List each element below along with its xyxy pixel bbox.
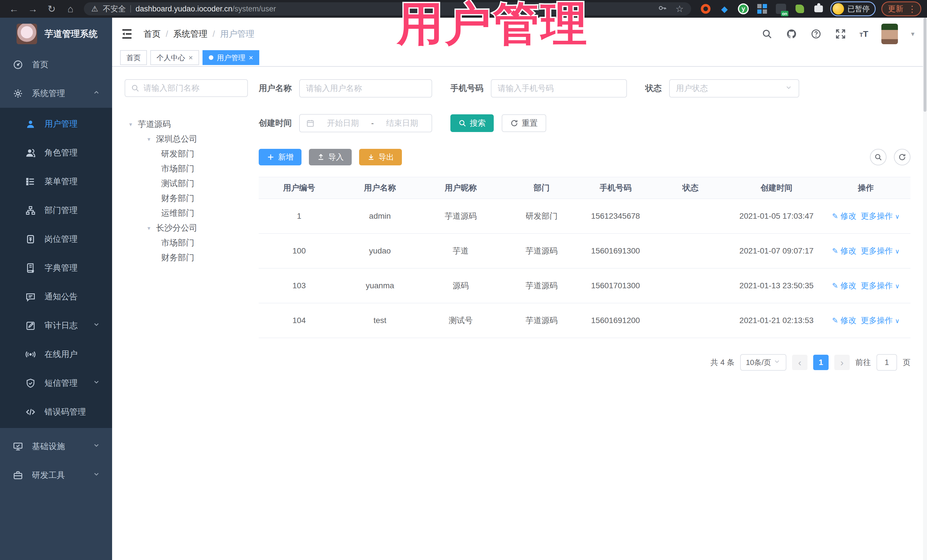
address-bar[interactable]: ⚠ 不安全 dashboard.yudao.iocoder.cn/system/… bbox=[84, 2, 691, 15]
tree-node[interactable]: 运维部门 bbox=[125, 206, 248, 221]
mobile-label: 手机号码 bbox=[450, 83, 483, 94]
password-key-icon[interactable] bbox=[658, 3, 667, 15]
tree-expand-icon[interactable]: ▾ bbox=[127, 121, 134, 128]
tab-home[interactable]: 首页 bbox=[120, 50, 147, 65]
sidebar-item-user-mgmt[interactable]: 用户管理 bbox=[0, 109, 112, 138]
more-actions-link[interactable]: 更多操作 ∨ bbox=[861, 246, 900, 255]
sidebar-item-label: 短信管理 bbox=[44, 378, 78, 389]
tree-node[interactable]: ▾芋道源码 bbox=[125, 117, 248, 132]
edit-link[interactable]: ✎ 修改 bbox=[832, 281, 857, 290]
next-page-button[interactable]: › bbox=[834, 355, 850, 370]
refresh-table-button[interactable] bbox=[894, 149, 910, 165]
browser-forward-icon[interactable]: → bbox=[24, 3, 41, 15]
close-icon[interactable]: × bbox=[188, 53, 193, 62]
sidebar-item-system[interactable]: 系统管理 bbox=[0, 79, 112, 108]
breadcrumb-home[interactable]: 首页 bbox=[143, 28, 161, 40]
add-button[interactable]: 新增 bbox=[259, 149, 301, 165]
extension-grid-icon[interactable] bbox=[756, 3, 768, 15]
search-icon[interactable] bbox=[761, 28, 773, 39]
current-page-button[interactable]: 1 bbox=[813, 355, 828, 370]
browser-update-button[interactable]: 更新 ⋮ bbox=[881, 2, 921, 16]
url-host: dashboard.yudao.iocoder.cn bbox=[135, 5, 232, 13]
sidebar-item-infra[interactable]: 基础设施 bbox=[0, 432, 112, 461]
tree-node[interactable]: 测试部门 bbox=[125, 176, 248, 191]
tree-expand-icon[interactable]: ▾ bbox=[145, 136, 153, 143]
mobile-input[interactable] bbox=[498, 84, 620, 93]
username-input[interactable] bbox=[306, 84, 425, 93]
cell-user-id: 1 bbox=[259, 199, 339, 234]
export-button[interactable]: 导出 bbox=[359, 149, 402, 165]
edit-link[interactable]: ✎ 修改 bbox=[832, 316, 857, 325]
browser-reload-icon[interactable]: ↻ bbox=[43, 3, 60, 15]
sidebar-item-post-mgmt[interactable]: 岗位管理 bbox=[0, 225, 112, 253]
date-start-placeholder: 开始日期 bbox=[320, 118, 366, 129]
browser-profile-chip[interactable]: 已暂停 bbox=[830, 2, 876, 16]
edit-link[interactable]: ✎ 修改 bbox=[832, 246, 857, 255]
goto-page-input[interactable] bbox=[877, 354, 897, 371]
edit-link[interactable]: ✎ 修改 bbox=[832, 212, 857, 220]
help-icon[interactable] bbox=[810, 28, 822, 39]
scrollbar-thumb[interactable] bbox=[924, 18, 926, 112]
tree-node[interactable]: 研发部门 bbox=[125, 147, 248, 161]
sidebar-item-online-users[interactable]: 在线用户 bbox=[0, 340, 112, 369]
extension-green-icon[interactable]: y bbox=[737, 3, 749, 15]
more-actions-link[interactable]: 更多操作 ∨ bbox=[861, 212, 900, 220]
toggle-search-button[interactable] bbox=[870, 149, 886, 165]
browser-back-icon[interactable]: ← bbox=[6, 3, 22, 15]
import-button[interactable]: 导入 bbox=[309, 149, 352, 165]
sidebar-item-dept-mgmt[interactable]: 部门管理 bbox=[0, 196, 112, 225]
extension-key-icon[interactable] bbox=[794, 3, 806, 15]
sidebar-item-notice[interactable]: 通知公告 bbox=[0, 282, 112, 311]
mobile-field bbox=[491, 79, 627, 97]
prev-page-button[interactable]: ‹ bbox=[792, 355, 807, 370]
extension-gem-icon[interactable]: ◆ bbox=[719, 3, 731, 15]
date-range-picker[interactable]: 开始日期 - 结束日期 bbox=[299, 114, 432, 132]
tree-node[interactable]: 市场部门 bbox=[125, 235, 248, 250]
sidebar-item-menu-mgmt[interactable]: 菜单管理 bbox=[0, 167, 112, 196]
user-avatar[interactable] bbox=[881, 24, 898, 44]
cell-created: 2021-01-05 17:03:47 bbox=[732, 199, 821, 234]
status-select[interactable]: 用户状态 bbox=[669, 79, 799, 97]
tree-expand-icon[interactable]: ▾ bbox=[145, 225, 153, 232]
sidebar-item-role-mgmt[interactable]: 角色管理 bbox=[0, 138, 112, 167]
tree-node[interactable]: ▾长沙分公司 bbox=[125, 221, 248, 235]
browser-home-icon[interactable]: ⌂ bbox=[62, 3, 79, 15]
tab-profile[interactable]: 个人中心 × bbox=[150, 50, 199, 65]
extension-ubuntu-icon[interactable] bbox=[700, 3, 712, 15]
breadcrumb-system[interactable]: 系统管理 bbox=[173, 28, 207, 40]
security-label[interactable]: 不安全 bbox=[103, 4, 126, 14]
sidebar-logo[interactable]: 芋道管理系统 bbox=[0, 18, 112, 50]
collapse-sidebar-icon[interactable] bbox=[120, 27, 134, 41]
github-icon[interactable] bbox=[786, 28, 797, 39]
tree-node[interactable]: 市场部门 bbox=[125, 161, 248, 176]
sidebar-item-errcode-mgmt[interactable]: 错误码管理 bbox=[0, 398, 112, 426]
more-actions-link[interactable]: 更多操作 ∨ bbox=[861, 316, 900, 325]
extensions-puzzle-icon[interactable] bbox=[813, 3, 825, 15]
sidebar-item-sms-mgmt[interactable]: 短信管理 bbox=[0, 369, 112, 398]
page-size-select[interactable]: 10条/页 bbox=[740, 354, 786, 371]
fullscreen-icon[interactable] bbox=[835, 28, 846, 39]
edit-icon: ✎ bbox=[832, 212, 838, 220]
sidebar-item-home[interactable]: 首页 bbox=[0, 50, 112, 79]
bookmark-star-icon[interactable]: ☆ bbox=[675, 3, 684, 14]
close-icon[interactable]: × bbox=[249, 53, 253, 62]
dictionary-icon bbox=[25, 263, 36, 273]
extension-on-switch-icon[interactable]: on bbox=[775, 3, 787, 15]
browser-menu-icon[interactable]: ⋮ bbox=[908, 4, 916, 14]
search-button[interactable]: 搜索 bbox=[450, 114, 494, 132]
tab-user-mgmt[interactable]: 用户管理 × bbox=[202, 50, 259, 65]
sidebar-item-devtools[interactable]: 研发工具 bbox=[0, 461, 112, 490]
breadcrumb-current: 用户管理 bbox=[220, 28, 254, 40]
sidebar-item-dict-mgmt[interactable]: 字典管理 bbox=[0, 253, 112, 282]
page-scrollbar[interactable] bbox=[923, 18, 927, 560]
dept-search-input[interactable] bbox=[143, 83, 242, 93]
more-actions-link[interactable]: 更多操作 ∨ bbox=[861, 281, 900, 290]
username-field bbox=[299, 79, 432, 97]
tree-node[interactable]: 财务部门 bbox=[125, 250, 248, 265]
font-size-icon[interactable]: TT bbox=[859, 29, 868, 39]
avatar-caret-icon[interactable]: ▾ bbox=[911, 30, 915, 38]
sidebar-item-audit-log[interactable]: 审计日志 bbox=[0, 311, 112, 340]
tree-node[interactable]: 财务部门 bbox=[125, 191, 248, 206]
tree-node[interactable]: ▾深圳总公司 bbox=[125, 132, 248, 147]
reset-button[interactable]: 重置 bbox=[502, 114, 546, 132]
